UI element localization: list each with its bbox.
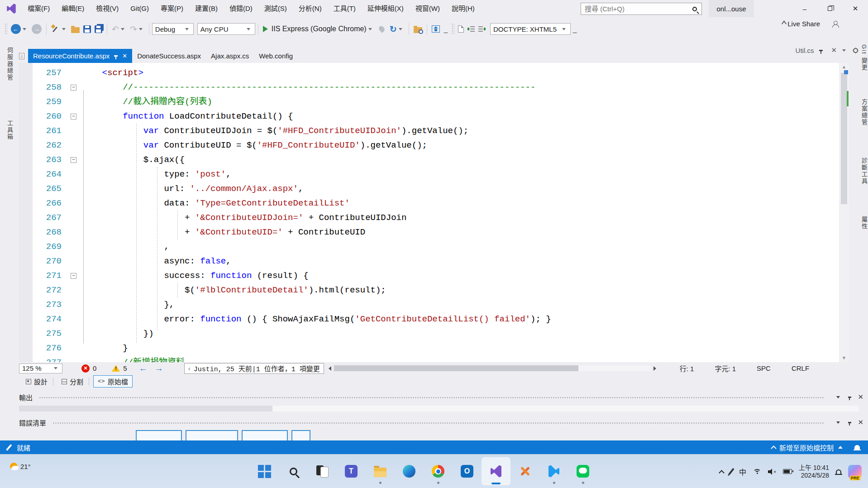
code-line[interactable]: data: 'Type=GetContributeDetailList' <box>81 196 350 211</box>
output-scrollbar[interactable] <box>19 406 859 411</box>
line-number[interactable]: 275 <box>33 326 68 341</box>
code-row[interactable]: 266 data: 'Type=GetContributeDetailList' <box>33 196 839 211</box>
code-row[interactable]: 264 type: 'post', <box>33 167 839 182</box>
toolbar-grip[interactable] <box>452 23 454 35</box>
code-row[interactable]: 263− $.ajax({ <box>33 153 839 167</box>
refresh-dropdown-icon[interactable] <box>399 28 402 30</box>
volume-muted-icon[interactable]: × <box>768 469 776 475</box>
scrollbar-thumb[interactable] <box>841 73 847 204</box>
scroll-left-icon[interactable] <box>329 366 331 371</box>
breakpoint-margin[interactable] <box>19 63 33 362</box>
new-dropdown-icon[interactable] <box>62 28 66 30</box>
menu-item[interactable]: 檢視(V) <box>90 0 124 17</box>
source-control-button[interactable]: 新增至原始檔控制 <box>772 443 843 452</box>
document-tab[interactable]: DonateSuccess.aspx <box>132 49 206 63</box>
fold-gutter[interactable]: − <box>68 153 81 167</box>
horizontal-scrollbar[interactable] <box>334 365 651 371</box>
sidebar-tab-toolbox[interactable]: 工具箱 <box>5 120 14 140</box>
menu-item[interactable]: 測試(S) <box>258 0 293 17</box>
collapse-icon[interactable]: − <box>71 114 76 120</box>
fold-gutter[interactable] <box>68 138 81 153</box>
line-number[interactable]: 267 <box>33 211 68 225</box>
taskbar-app-edge[interactable] <box>395 457 424 485</box>
code-row[interactable]: 273 }, <box>33 297 839 312</box>
fold-gutter[interactable] <box>68 95 81 109</box>
line-number[interactable]: 272 <box>33 283 68 297</box>
collapse-icon[interactable]: − <box>71 273 76 279</box>
back-dropdown-icon[interactable] <box>23 28 26 30</box>
search-input[interactable] <box>581 5 692 13</box>
close-button[interactable]: ✕ <box>843 0 868 17</box>
fold-gutter[interactable] <box>68 167 81 182</box>
sidebar-tab-solution-explorer[interactable]: 方案總管 <box>860 99 868 126</box>
code-line[interactable]: + '&ContributeUIDJoin=' + ContributeUIDJ… <box>81 211 406 225</box>
fold-gutter[interactable] <box>68 297 81 312</box>
history-doc-icon[interactable] <box>19 53 24 59</box>
undo-dropdown-icon[interactable] <box>121 28 124 30</box>
scrollbar-thumb[interactable] <box>334 365 578 371</box>
code-row[interactable]: 259 //載入捐贈內容(列表) <box>33 95 839 109</box>
code-editor[interactable]: 257 <script>258− //---------------------… <box>19 63 849 362</box>
scroll-down-icon[interactable]: ▼ <box>839 354 849 362</box>
pen-input-icon[interactable] <box>728 468 734 475</box>
code-line[interactable]: async: false, <box>81 254 231 268</box>
close-icon[interactable]: ✕ <box>858 418 863 426</box>
refresh-button[interactable]: ↻ <box>388 22 406 36</box>
code-line[interactable]: function LoadContributeDetail() { <box>81 109 293 124</box>
menu-item[interactable]: 檔案(F) <box>22 0 56 17</box>
taskbar-app-line[interactable] <box>568 457 597 485</box>
redo-dropdown-icon[interactable] <box>139 28 143 30</box>
taskbar-app-task-view[interactable] <box>308 457 337 485</box>
minimize-button[interactable]: – <box>792 0 817 17</box>
view-tab-code[interactable]: <>原始檔 <box>93 375 133 388</box>
start-debug-button[interactable]: IIS Express (Google Chrome) <box>261 22 376 36</box>
copilot-preview-icon[interactable]: PRE <box>848 465 862 478</box>
fold-gutter[interactable] <box>68 196 81 211</box>
code-row[interactable]: 257 <script> <box>33 66 839 80</box>
run-dropdown-icon[interactable] <box>368 28 372 30</box>
fold-gutter[interactable] <box>68 66 81 80</box>
fold-gutter[interactable] <box>68 225 81 239</box>
taskbar-app-search[interactable] <box>279 457 308 485</box>
notification-bell-icon[interactable] <box>836 469 841 474</box>
line-number[interactable]: 264 <box>33 167 68 182</box>
code-row[interactable]: 276 } <box>33 341 839 355</box>
fold-gutter[interactable] <box>68 326 81 341</box>
view-tab-design[interactable]: 設計 <box>22 376 52 387</box>
fold-gutter[interactable] <box>68 355 81 362</box>
line-number[interactable]: 273 <box>33 297 68 312</box>
live-share-button[interactable]: Live Share <box>787 20 820 28</box>
fold-gutter[interactable]: − <box>68 80 81 95</box>
solution-configuration-select[interactable]: Debug <box>152 23 194 35</box>
save-all-button[interactable] <box>93 22 104 36</box>
taskbar-app-file-explorer[interactable] <box>366 457 395 485</box>
menu-item[interactable]: 偵錯(D) <box>224 0 258 17</box>
line-number[interactable]: 271 <box>33 268 68 283</box>
search-icon[interactable] <box>692 7 697 11</box>
code-line[interactable]: + '&ContributeUID=' + ContributeUID <box>81 225 365 239</box>
taskbar-app-teams[interactable]: T <box>337 457 366 485</box>
doctype-select[interactable]: DOCTYPE: XHTML5 <box>490 23 571 35</box>
pin-icon[interactable] <box>848 422 851 423</box>
code-line[interactable]: success: function (result) { <box>81 268 309 283</box>
code-row[interactable]: 269 , <box>33 239 839 254</box>
line-number[interactable]: 263 <box>33 153 68 167</box>
menu-item[interactable]: 工具(T) <box>328 0 362 17</box>
code-line[interactable]: <script> <box>81 66 143 80</box>
code-row[interactable]: 270 async: false, <box>33 254 839 268</box>
code-row[interactable]: 260− function LoadContributeDetail() { <box>33 109 839 124</box>
pin-icon[interactable] <box>114 55 118 57</box>
code-line[interactable]: type: 'post', <box>81 167 231 182</box>
error-icon[interactable]: ✕ <box>81 364 90 373</box>
taskbar-app-visual-studio[interactable] <box>482 457 510 485</box>
notification-bell-icon[interactable] <box>854 445 860 450</box>
taskbar-app-outlook[interactable]: O <box>453 457 482 485</box>
code-line[interactable]: } <box>81 341 128 355</box>
close-icon[interactable]: ✕ <box>858 393 863 401</box>
vertical-scrollbar[interactable]: ▲ ▼ <box>839 63 849 362</box>
chevron-down-icon[interactable] <box>836 396 840 398</box>
scrollbar-thumb[interactable] <box>19 406 272 411</box>
line-number[interactable]: 270 <box>33 254 68 268</box>
scroll-right-icon[interactable] <box>653 366 656 371</box>
line-number[interactable]: 257 <box>33 66 68 80</box>
